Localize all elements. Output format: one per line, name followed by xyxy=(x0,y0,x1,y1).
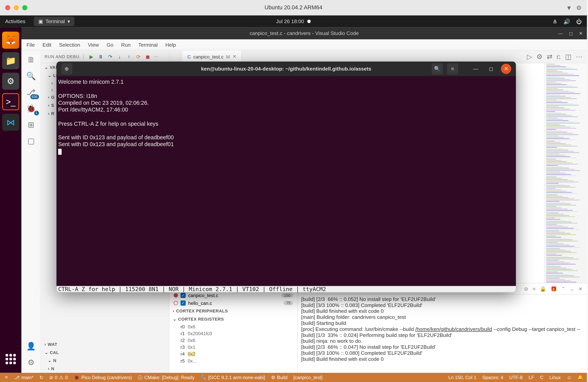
terminal-dock-icon[interactable]: >_ xyxy=(2,93,19,110)
section-cortex-periph[interactable]: CORTEX PERIPHERALS xyxy=(169,307,297,315)
search-icon[interactable]: 🔍 xyxy=(26,71,36,81)
git-icon[interactable]: ⎌ xyxy=(556,53,561,61)
min-dot[interactable] xyxy=(14,5,19,10)
cmake-status[interactable]: ⓘ CMake: [Debug]: Ready xyxy=(138,374,194,381)
terminal-menu-icon[interactable]: ≡ xyxy=(447,63,458,74)
build-output-link[interactable]: /home/ken/github/candrivers/build xyxy=(415,326,492,332)
power-icon[interactable]: ⏻ xyxy=(576,18,582,25)
tab-close-icon[interactable]: ✕ xyxy=(232,54,236,60)
step-out-button[interactable]: ↑ xyxy=(125,53,133,61)
close-dot[interactable] xyxy=(5,5,10,10)
register-row[interactable]: r3 0x1 xyxy=(169,344,297,351)
register-row[interactable]: r5 0x... xyxy=(169,357,297,364)
extensions-icon[interactable]: ⊞ xyxy=(26,120,36,130)
panel-close-icon[interactable]: ✕ xyxy=(578,286,583,292)
encoding-status[interactable]: UTF-8 xyxy=(509,375,523,380)
clock[interactable]: Jul 26 18:00 xyxy=(276,19,304,24)
debug-icon[interactable]: 🐞1 xyxy=(26,103,36,114)
breakpoint-row[interactable]: ✓hello_can.c75 xyxy=(169,299,297,307)
step-over-button[interactable]: ↷ xyxy=(106,53,114,61)
minimap[interactable] xyxy=(544,63,587,283)
callstack-n2[interactable]: N xyxy=(41,365,169,373)
build-output[interactable]: [build] [2/3 66% :: 0.052] No install st… xyxy=(298,295,587,373)
stop-button[interactable]: ◼ xyxy=(144,53,152,61)
tab-canpico[interactable]: C canpico_test.c M ✕ xyxy=(182,51,242,63)
terminal-search-icon[interactable]: 🔍 xyxy=(432,63,443,74)
section-cortex-regs[interactable]: CORTEX REGISTERS xyxy=(169,315,297,323)
new-tab-button[interactable]: ⊕ xyxy=(61,63,72,74)
menu-go[interactable]: Go xyxy=(106,42,113,48)
max-dot[interactable] xyxy=(22,5,27,10)
indent-status[interactable]: Spaces: 4 xyxy=(483,375,504,380)
files-icon[interactable]: 📁 xyxy=(2,52,19,69)
minimize-icon[interactable]: — xyxy=(558,31,563,36)
panel-down-icon[interactable]: ⌄ xyxy=(570,286,574,292)
register-row[interactable]: r4 0x2 xyxy=(169,351,297,357)
settings-icon[interactable]: ⚙ xyxy=(2,73,19,90)
activities-button[interactable]: Activities xyxy=(5,19,25,24)
build-button[interactable]: ⚙ Build xyxy=(271,375,288,380)
active-app-indicator[interactable]: ▣ Terminal ▾ xyxy=(34,17,74,26)
kit-status[interactable]: 🔧 [GCC 9.2.1 arm-none-eabi] xyxy=(200,375,265,380)
section-watch[interactable]: WAT xyxy=(41,340,169,348)
section-callstack[interactable]: CAL xyxy=(41,348,169,357)
menu-terminal[interactable]: Terminal xyxy=(138,42,158,48)
maximize-icon[interactable]: ◻ xyxy=(569,31,573,36)
terminal-maximize-icon[interactable]: ◻ xyxy=(485,63,497,74)
register-row[interactable]: r2 0x6 xyxy=(169,337,297,344)
continue-button[interactable]: ▶ xyxy=(87,53,95,61)
menu-help[interactable]: Help xyxy=(166,42,176,48)
remote-icon[interactable]: ▢ xyxy=(26,136,36,146)
settings-run-icon[interactable]: ⚙ xyxy=(536,53,543,61)
git-branch[interactable]: ⎇ main* xyxy=(14,375,33,380)
panel-list-icon[interactable]: ≡ xyxy=(533,286,536,292)
gear-icon[interactable]: ⚙ xyxy=(576,4,582,11)
panel-up-icon[interactable]: ⌃ xyxy=(561,286,566,292)
terminal-header[interactable]: ⊕ ken@ubuntu-linux-20-04-desktop: ~/gith… xyxy=(56,61,516,76)
eol-status[interactable]: LF xyxy=(528,375,534,380)
close-icon[interactable]: ✕ xyxy=(579,31,583,36)
language-mode[interactable]: C xyxy=(540,375,544,380)
run-icon[interactable]: ▷ xyxy=(527,53,532,61)
cursor-position[interactable]: Ln 150, Col 1 xyxy=(448,375,476,380)
menu-file[interactable]: File xyxy=(26,42,35,48)
register-row[interactable]: r0 0x6 xyxy=(169,323,297,330)
split-editor-icon[interactable]: ◫ xyxy=(565,53,571,61)
sound-icon[interactable]: 🔊 xyxy=(563,18,570,25)
account-icon[interactable]: 👤 xyxy=(26,341,36,351)
menu-run[interactable]: Run xyxy=(121,42,130,48)
debug-more-icon[interactable]: ⋯ xyxy=(153,54,158,60)
notifications-icon[interactable]: 🔔 xyxy=(578,375,584,380)
sync-button[interactable]: ↻ xyxy=(40,375,43,380)
panel-clear-icon[interactable]: ⊘ xyxy=(524,286,528,292)
problems-indicator[interactable]: ⊘ 0 ⚠ 0 xyxy=(49,375,68,380)
remote-indicator[interactable]: ⪤ xyxy=(3,375,8,380)
callstack-n1[interactable]: N xyxy=(41,357,169,365)
terminal-close-button[interactable]: ✕ xyxy=(501,64,511,74)
firefox-icon[interactable]: 🦊 xyxy=(2,32,19,49)
compare-icon[interactable]: ⇄ xyxy=(547,53,552,61)
network-icon[interactable]: ⋔ xyxy=(553,18,557,25)
breakpoint-row[interactable]: ✓canpico_test.c150 xyxy=(169,291,297,299)
breakpoint-checkbox[interactable]: ✓ xyxy=(180,293,186,298)
more-actions-icon[interactable]: ⋯ xyxy=(576,53,583,61)
feedback-icon[interactable]: ☺ xyxy=(567,375,571,380)
debug-config-status[interactable]: 🐞 Pico Debug (candrivers) xyxy=(74,375,132,380)
terminal-minimize-icon[interactable]: — xyxy=(470,63,481,74)
dropdown-icon[interactable]: ▼ xyxy=(566,4,572,11)
apps-grid-icon[interactable] xyxy=(2,351,19,368)
vscode-icon[interactable]: ⋈ xyxy=(2,114,19,131)
scm-icon[interactable]: ⎇636 xyxy=(26,87,36,98)
build-target[interactable]: [canpico_test] xyxy=(294,375,322,380)
explorer-icon[interactable]: 🗎 xyxy=(26,55,36,65)
manage-gear-icon[interactable]: ⚙ xyxy=(26,357,36,368)
step-into-button[interactable]: ↓ xyxy=(116,53,124,61)
panel-lock-icon[interactable]: 🔒 xyxy=(540,286,546,292)
os-status[interactable]: Linux xyxy=(549,375,561,380)
restart-button[interactable]: ⟳ xyxy=(135,53,142,61)
menu-edit[interactable]: Edit xyxy=(42,42,52,48)
menu-view[interactable]: View xyxy=(88,42,99,48)
panel-gift-icon[interactable]: 🎁 xyxy=(550,286,557,292)
register-row[interactable]: r1 0x20041fc0 xyxy=(169,330,297,337)
menu-selection[interactable]: Selection xyxy=(59,42,80,48)
